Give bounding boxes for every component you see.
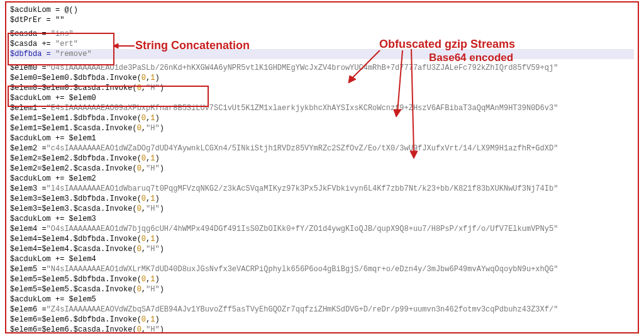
code-line: $elem3 ="l4sIAAAAAAAEAO1dWbaruq7t0PqgMFV… (10, 184, 634, 194)
svg-marker-7 (410, 151, 418, 159)
code-line: $elem5 ="N4sIAAAAAAAEAO1dWXLrMK7dUD40D8u… (10, 264, 634, 274)
arrow-icon (345, 49, 382, 84)
code-line: $elem4=$elem4.$dbfbda.Invoke(0,1) (10, 234, 634, 244)
code-line: $elem4=$elem4.$casda.Invoke(0,"H") (10, 244, 634, 254)
code-line: $acdukLom += $elem3 (10, 214, 634, 224)
code-line: $elem5=$elem5.$dbfbda.Invoke(0,1) (10, 274, 634, 284)
svg-line-6 (411, 49, 414, 154)
code-line: $casda = "ins" (10, 29, 634, 39)
code-line: $acdukLom = @() (10, 5, 634, 15)
code-line: $elem0 ="O4sIAAAAAAAEAO1de3PaSLb/26nKd+h… (10, 63, 634, 73)
code-line: $elem5=$elem5.$casda.Invoke(0,"H") (10, 284, 634, 294)
code-line: $elem2=$elem2.$casda.Invoke(0,"H") (10, 164, 634, 174)
code-line: $elem1 ="E4sIAAAAAAAEAO09aXPbxpKfnar8B5S… (10, 103, 634, 113)
code-line: $acdukLom += $elem0 (10, 93, 634, 103)
arrow-icon (402, 48, 423, 159)
code-line: $elem6 ="Z4sIAAAAAAAEAOVdWZbqSA7dEB94AJv… (10, 305, 634, 315)
code-line: $elem1=$elem1.$casda.Invoke(0,"H") (10, 123, 634, 133)
code-line: $acdukLom += $elem5 (10, 294, 634, 305)
code-line: $casda += "ert" (10, 39, 634, 49)
svg-line-2 (351, 50, 380, 79)
code-line: $elem1=$elem1.$dbfbda.Invoke(0,1) (10, 113, 634, 123)
canvas: $acdukLom = @() $dtPrEr = "" $casda = "i… (0, 0, 644, 336)
arrow-icon (113, 43, 136, 49)
svg-marker-5 (394, 109, 401, 117)
code-line: $elem6=$elem6.$dbfbda.Invoke(0,1) (10, 315, 634, 325)
svg-marker-3 (348, 76, 356, 83)
annotation-label-concat: String Concatenation (135, 39, 250, 52)
code-line: $elem6=$elem6.$casda.Invoke(0,"H") (10, 325, 634, 333)
svg-marker-1 (113, 43, 118, 48)
code-line: $acdukLom += $elem4 (10, 254, 634, 264)
code-line: $elem3=$elem3.$casda.Invoke(0,"H") (10, 204, 634, 214)
code-line: $elem2 ="c4sIAAAAAAAEAO1dWZaDOg7dUD4YAyw… (10, 143, 634, 154)
svg-line-4 (397, 50, 402, 112)
code-line-highlighted: $dbfbda = "remove" (10, 49, 634, 59)
code-line: $acdukLom += $elem2 (10, 174, 634, 184)
code-line: $acdukLom += $elem1 (10, 133, 634, 143)
code-line: $dtPrEr = "" (10, 15, 634, 25)
annotation-label-b64: Base64 encoded (429, 52, 513, 64)
code-block: $acdukLom = @() $dtPrEr = "" $casda = "i… (5, 1, 639, 333)
code-line: $elem0=$elem0.$casda.Invoke(0,"H") (10, 83, 634, 93)
code-line: $elem0=$elem0.$dbfbda.Invoke(0,1) (10, 73, 634, 83)
code-line: $elem3=$elem3.$dbfbda.Invoke(0,1) (10, 194, 634, 204)
code-line: $elem2=$elem2.$dbfbda.Invoke(0,1) (10, 154, 634, 164)
code-line: $elem4 ="O4sIAAAAAAAEAO1dW7bjqg6cUH/4hWM… (10, 224, 634, 234)
